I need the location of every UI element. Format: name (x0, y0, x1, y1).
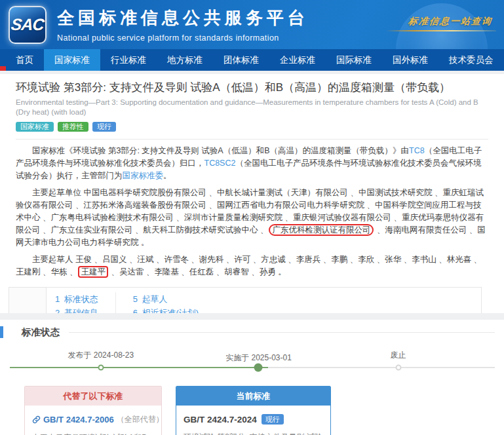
nav-item-technical-committees[interactable]: 技术委员会 (438, 49, 504, 71)
toc-body: 1 标准状态2 基础信息3 采标情况4 起草单位 5 起草人6 相近标准(计划) (47, 288, 481, 313)
nav-item-local-standards[interactable]: 地方标准 (157, 49, 213, 71)
status-timeline: 发布于 2024-08-23实施于 2025-03-01废止 (0, 347, 504, 377)
toc-column-1: 1 标准状态2 基础信息3 采标情况4 起草单位 (47, 292, 115, 313)
current-standard-code: GB/T 2424.7-2024 (184, 415, 257, 425)
site-title: 全国标准信息公共服务平台 (57, 7, 309, 29)
replaced-note: （全部代替） (117, 414, 162, 425)
timeline-label-published: 发布于 2024-08-23 (68, 350, 134, 361)
tc8sc2-link[interactable]: TC8SC2 (204, 159, 236, 168)
heading-rule (69, 332, 495, 333)
standard-title-en: Environmental testing—Part 3: Supporting… (16, 98, 488, 117)
text-run: 国家标准《环境试验 第3部分: 支持文件及导则 试验A（低温）和B（高温）的温度… (32, 146, 409, 155)
timeline-label-implemented: 实施于 2025-03-01 (225, 352, 292, 364)
title-divider (16, 139, 488, 140)
status-heading: 标准状态 (22, 326, 60, 339)
nav-red-marker (0, 66, 6, 71)
nav-item-international-standards[interactable]: 国际标准 (326, 49, 382, 71)
nav-item-foreign-standards[interactable]: 国外标准 (382, 49, 438, 71)
nav-item-industry-standards[interactable]: 行业标准 (100, 49, 157, 71)
toc-box: 目录 1 标准状态2 基础信息3 采标情况4 起草单位 5 起草人6 相近标准(… (9, 287, 482, 313)
standard-title: 环境试验 第3部分: 支持文件及导则 试验A（低温）和B（高温）的温度箱测量（带… (16, 81, 488, 95)
text-run: 、吴达雷 、李隆基 、任红磊 、胡睿智 、孙勇 。 (109, 267, 286, 276)
toc-link-6[interactable]: 6 相近标准(计划) (133, 306, 199, 313)
current-card-body: GB/T 2424.7-2024 现行 环境试验 第3部分: 支持文件及导则 试… (176, 406, 330, 435)
slogan-underline (386, 30, 496, 31)
tag-row: 国家标准推荐性现行 (16, 122, 488, 132)
sac-logo-text: SAC (10, 15, 45, 34)
current-card-header: 当前标准 (176, 387, 330, 406)
nav-item-group-standards[interactable]: 团体标准 (213, 49, 269, 71)
standard-info-section: 环境试验 第3部分: 支持文件及导则 试验A（低温）和B（高温）的温度箱测量（带… (0, 74, 504, 313)
drafting-units-paragraph: 主要起草单位 中国电器科学研究院股份有限公司 、中航长城计量测试（天津）有限公司… (16, 187, 488, 249)
replaced-standard-card: 代替了以下标准 GB/T 2424.7-2006 （全部代替） 电工电子产品环境… (24, 386, 162, 435)
replaced-standard-desc: 电工电子产品环境试验 试验A和B（带负载）用温度试验箱的测量 (32, 432, 154, 435)
current-standard-desc: 环境试验 第3部分: 支持文件及导则 试验A（低温）和B（高温）的温度箱测量（带… (184, 431, 323, 435)
standards-cards: 代替了以下标准 GB/T 2424.7-2006 （全部代替） 电工电子产品环境… (24, 386, 504, 435)
drafters-paragraph: 主要起草人 王俊 、吕国义 、汪斌 、许雪冬 、谢先科 、许可 、方忠诚 、李唐… (16, 254, 488, 278)
timeline-node-abolished: 废止 (395, 365, 401, 371)
toc-column-2: 5 起草人6 相近标准(计划) (115, 292, 216, 313)
timeline-label-abolished: 废止 (391, 350, 406, 361)
toc-label: 目录 (9, 288, 47, 313)
tag-1: 推荐性 (58, 122, 88, 132)
governance-paragraph: 国家标准《环境试验 第3部分: 支持文件及导则 试验A（低温）和B（高温）的温度… (16, 145, 488, 182)
tag-0: 国家标准 (16, 122, 54, 132)
sac-link[interactable]: 国家标准委 (123, 171, 164, 180)
section-gap (0, 313, 504, 320)
tag-2: 现行 (92, 122, 116, 132)
nav-item-home[interactable]: 首页 (5, 49, 44, 71)
toc-link-5[interactable]: 5 起草人 (133, 292, 199, 306)
link-icon (32, 415, 41, 424)
timeline-node-implemented: 实施于 2025-03-01 (254, 364, 263, 372)
site-titles: 全国标准信息公共服务平台 National public service pla… (57, 7, 309, 43)
nav-item-national-standards[interactable]: 国家标准 (44, 49, 100, 71)
main-nav: 首页国家标准行业标准地方标准团体标准企业标准国际标准国外标准技术委员会 (0, 49, 504, 71)
section-accent-bar (0, 326, 3, 338)
replaced-card-body: GB/T 2424.7-2006 （全部代替） 电工电子产品环境试验 试验A和B… (25, 406, 161, 435)
site-subtitle: National public service platform for sta… (57, 33, 309, 43)
nav-item-enterprise-standards[interactable]: 企业标准 (269, 49, 326, 71)
replaced-card-header: 代替了以下标准 (25, 387, 161, 406)
highlighted-drafter-annotation: 王建平 (78, 266, 108, 278)
sac-logo[interactable]: SAC (9, 6, 47, 44)
toc-link-2[interactable]: 2 基础信息 (55, 306, 98, 313)
current-standard-card: 当前标准 GB/T 2424.7-2024 现行 环境试验 第3部分: 支持文件… (176, 386, 331, 435)
status-section: 标准状态 发布于 2024-08-23实施于 2025-03-01废止 代替了以… (0, 320, 504, 435)
tc8-link[interactable]: TC8 (409, 146, 425, 155)
timeline-progress (10, 367, 268, 368)
site-header: SAC 全国标准信息公共服务平台 National public service… (0, 0, 504, 49)
status-badge: 现行 (262, 414, 284, 425)
text-run: 。 (163, 171, 172, 180)
timeline-node-published: 发布于 2024-08-23 (98, 365, 104, 371)
highlighted-company-annotation: 广东优科检测认证有限公司 (269, 224, 374, 236)
status-section-header: 标准状态 (0, 326, 504, 339)
toc-link-1[interactable]: 1 标准状态 (55, 292, 98, 306)
header-slogan: 标准信息一站查询 (408, 16, 494, 28)
replaced-standard-link[interactable]: GB/T 2424.7-2006 (43, 415, 114, 425)
